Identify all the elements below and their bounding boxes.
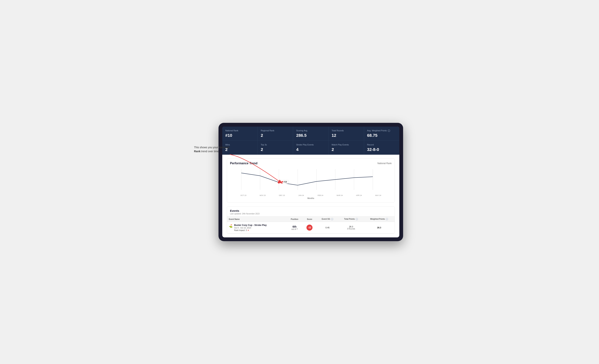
stat-regional-rank: Regional Rank 2 <box>258 127 293 141</box>
stat-total-rounds-value: 12 <box>332 133 361 138</box>
total-points-info-icon[interactable]: i <box>356 218 358 220</box>
col-position: Position <box>287 216 302 222</box>
position-value: 6th <box>288 225 301 228</box>
stat-stroke-play: Stroke Play Events 4 <box>293 141 328 155</box>
perf-header: Performance Trend National Rank <box>230 162 392 165</box>
stat-avg-weighted-points: Avg. Weighted Points i 68.75 <box>364 127 399 141</box>
stat-national-rank-value: #10 <box>225 133 255 138</box>
position-sub: out of 7 <box>288 228 301 230</box>
stats-grid-row2: Wins 2 Top 3s 2 Stroke Play Events 4 Mat… <box>222 141 399 155</box>
col-total-points: Total Points i <box>338 216 364 222</box>
annotation: This shows you your National Rank trend … <box>194 145 232 153</box>
annotation-text-after: trend over time <box>200 150 219 153</box>
stat-scoring-avg-value: 286.5 <box>296 133 325 138</box>
events-table-header: Event Name Position Score Event SG i Tot… <box>227 216 395 222</box>
stat-record-label: Record <box>367 143 396 146</box>
perf-title: Performance Trend <box>230 162 257 165</box>
event-name-wrapper: ⛳ Buster Cozy Cup - Stroke Play Oct 9 - … <box>229 224 285 231</box>
events-table-body: ⛳ Buster Cozy Cup - Stroke Play Oct 9 - … <box>227 222 395 233</box>
weighted-points-info-icon[interactable]: i <box>386 218 388 220</box>
event-total-points: 28.3 3 Rounds <box>338 222 364 233</box>
perf-subtitle: National Rank <box>378 162 392 165</box>
events-last-updated: Last updated: 24th November 2023 <box>230 213 392 215</box>
event-date: Oct 9 - Oct 10, 2023 <box>234 227 267 229</box>
event-score: -22 <box>302 222 317 233</box>
stat-top3s: Top 3s 2 <box>258 141 293 155</box>
events-section: Events Last updated: 24th November 2023 … <box>227 206 395 234</box>
svg-point-11 <box>282 181 283 183</box>
outer-wrapper: This shows you your National Rank trend … <box>196 123 403 241</box>
event-info: Buster Cozy Cup - Stroke Play Oct 9 - Oc… <box>234 224 267 231</box>
score-badge: -22 <box>307 225 312 231</box>
event-name: Buster Cozy Cup - Stroke Play <box>234 224 267 226</box>
event-weighted-points: 28.3 <box>363 222 395 233</box>
events-header: Events Last updated: 24th November 2023 <box>227 206 395 216</box>
chart-x-labels: OCT 23 NOV 23 DEC 23 JAN 24 FEB 24 MAR 2… <box>230 195 392 196</box>
svg-text:#10: #10 <box>283 181 287 183</box>
chart-x-title: Months <box>230 197 392 199</box>
tablet-screen: National Rank #10 Regional Rank 2 Scorin… <box>222 127 399 238</box>
x-label-oct23: OCT 23 <box>234 195 253 196</box>
stat-stroke-play-value: 4 <box>296 147 325 152</box>
rank-impact: Rank Impact: 3 ▼ <box>234 229 267 231</box>
x-label-feb24: FEB 24 <box>311 195 330 196</box>
stat-regional-rank-value: 2 <box>261 133 290 138</box>
table-row: ⛳ Buster Cozy Cup - Stroke Play Oct 9 - … <box>227 222 395 233</box>
event-sg-value: 0.45 <box>317 222 338 233</box>
col-event-sg: Event SG i <box>317 216 338 222</box>
stat-record-value: 32-8-0 <box>367 147 396 152</box>
x-label-apr24: APR 24 <box>349 195 369 196</box>
events-title: Events <box>230 209 392 212</box>
rank-impact-arrow: ▼ <box>247 229 249 231</box>
x-label-may24: MAY 24 <box>369 195 388 196</box>
total-points-value: 28.3 <box>340 225 362 228</box>
stat-avg-weighted-label: Avg. Weighted Points i <box>367 129 396 132</box>
avg-weighted-info-icon[interactable]: i <box>388 130 390 132</box>
stat-top3s-label: Top 3s <box>261 143 290 146</box>
stat-stroke-play-label: Stroke Play Events <box>296 143 325 146</box>
total-points-sub: 3 Rounds <box>340 228 362 230</box>
col-event-name: Event Name <box>227 216 287 222</box>
stat-total-rounds: Total Rounds 12 <box>329 127 364 141</box>
svg-point-9 <box>278 181 280 184</box>
stat-match-play-value: 2 <box>332 147 361 152</box>
stat-total-rounds-label: Total Rounds <box>332 129 361 132</box>
stats-grid-row1: National Rank #10 Regional Rank 2 Scorin… <box>222 127 399 141</box>
col-score: Score <box>302 216 317 222</box>
event-name-cell: ⛳ Buster Cozy Cup - Stroke Play Oct 9 - … <box>227 222 287 233</box>
stat-scoring-avg-label: Scoring Avg. <box>296 129 325 132</box>
x-label-mar24: MAR 24 <box>330 195 349 196</box>
event-sg-info-icon[interactable]: i <box>331 218 333 220</box>
stat-national-rank-label: National Rank <box>225 129 255 132</box>
stat-avg-weighted-value: 68.75 <box>367 133 396 138</box>
golf-icon: ⛳ <box>229 224 233 228</box>
stat-scoring-avg: Scoring Avg. 286.5 <box>293 127 328 141</box>
x-label-nov23: NOV 23 <box>253 195 272 196</box>
performance-section: Performance Trend National Rank <box>227 159 395 203</box>
col-weighted-points: Weighted Points i <box>363 216 395 222</box>
events-table: Event Name Position Score Event SG i Tot… <box>227 216 395 233</box>
chart-container: #10 <box>230 167 392 194</box>
event-position: 6th out of 7 <box>287 222 302 233</box>
tablet-frame: National Rank #10 Regional Rank 2 Scorin… <box>219 123 403 241</box>
x-label-dec23: DEC 23 <box>272 195 291 196</box>
stat-regional-rank-label: Regional Rank <box>261 129 290 132</box>
stat-match-play-label: Match Play Events <box>332 143 361 146</box>
annotation-text-before: This shows you your <box>194 146 219 149</box>
stat-match-play: Match Play Events 2 <box>329 141 364 155</box>
content-area: Performance Trend National Rank <box>222 155 399 237</box>
stat-top3s-value: 2 <box>261 147 290 152</box>
stat-national-rank: National Rank #10 <box>222 127 257 141</box>
chart-svg: #10 <box>230 167 392 194</box>
x-label-jan24: JAN 24 <box>291 195 311 196</box>
stat-record: Record 32-8-0 <box>364 141 399 155</box>
